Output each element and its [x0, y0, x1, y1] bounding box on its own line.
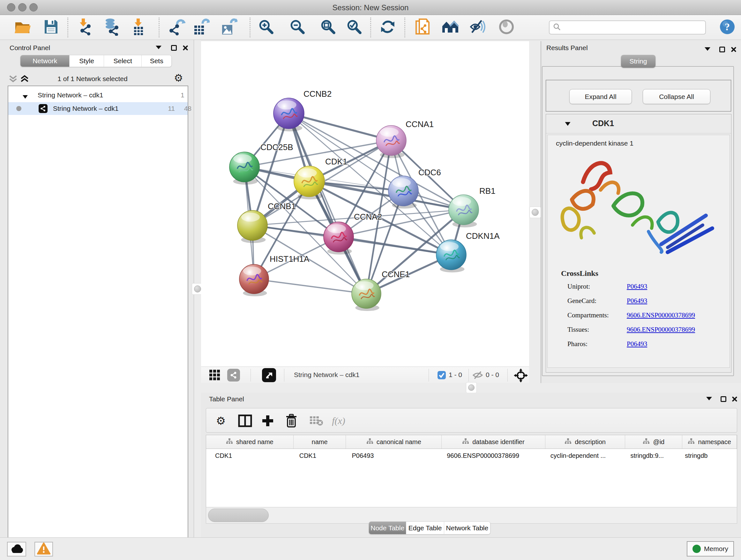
panel-float-icon[interactable] [719, 47, 725, 52]
clone-network-button[interactable] [413, 18, 432, 37]
grid-view-icon[interactable] [209, 369, 221, 382]
node-result-header[interactable]: CDK1 [546, 114, 731, 133]
panel-collapse-icon[interactable] [706, 397, 712, 400]
tab-network-table[interactable]: Network Table [444, 522, 490, 534]
network-node-ccne1[interactable] [352, 279, 381, 311]
panel-close-icon[interactable] [182, 45, 188, 51]
table-cell[interactable]: CDK1 [206, 449, 293, 462]
selected-checkbox-icon[interactable] [437, 371, 446, 381]
birdseye-crosshair-icon[interactable] [514, 368, 528, 384]
zoom-in-button[interactable] [257, 18, 275, 37]
crosslink-value-link[interactable]: P06493 [627, 283, 647, 291]
collapse-all-button[interactable]: Collapse All [643, 89, 711, 104]
tab-string[interactable]: String [621, 55, 656, 68]
table-panel: Table Panel ⚙ f(x) shared namenamecanoni… [201, 393, 741, 537]
panel-collapse-icon[interactable] [704, 47, 711, 51]
network-options-gear-icon[interactable]: ⚙ [174, 72, 183, 84]
import-table-button[interactable] [129, 18, 148, 37]
tab-sets[interactable]: Sets [142, 55, 172, 67]
export-image-button[interactable] [219, 18, 238, 37]
detach-view-icon[interactable] [262, 368, 276, 382]
network-view[interactable]: CCNB2CCNA1CDC25BCDK1CDC6RB1CCNB1CCNA2CDK… [201, 41, 529, 383]
tab-edge-table[interactable]: Edge Table [406, 522, 444, 534]
hidden-eye-icon[interactable] [472, 371, 483, 381]
table-cell[interactable]: CDK1 [293, 449, 346, 462]
network-node-cdkn1a[interactable] [436, 240, 466, 272]
zoom-out-button[interactable] [288, 18, 307, 37]
panel-close-icon[interactable] [731, 396, 738, 402]
panel-float-icon[interactable] [171, 45, 177, 51]
show-columns-icon[interactable] [235, 408, 255, 433]
delete-column-trash-icon[interactable] [282, 408, 301, 433]
collection-expand-icon[interactable] [22, 93, 28, 101]
table-cell[interactable]: 9606.ENSP00000378699 [442, 449, 545, 462]
warnings-button[interactable] [35, 542, 53, 557]
network-edge[interactable] [254, 279, 366, 294]
create-column-plus-icon[interactable] [258, 408, 277, 433]
memory-button[interactable]: Memory [687, 541, 734, 557]
crosslink-value-link[interactable]: 9606.ENSP00000378699 [627, 326, 695, 334]
network-row-selected[interactable]: String Network – cdk1 11 48 [8, 102, 188, 115]
expand-all-button[interactable]: Expand All [569, 89, 632, 104]
export-table-button[interactable] [192, 18, 210, 37]
import-network-button[interactable] [76, 18, 95, 37]
zoom-fit-button[interactable] [319, 18, 337, 37]
entry-collapse-icon[interactable] [564, 121, 571, 127]
help-button[interactable]: ? [718, 18, 737, 37]
node-label-hist1h1a: HIST1H1A [270, 254, 310, 264]
scrollbar-thumb[interactable] [208, 509, 269, 522]
tab-select[interactable]: Select [104, 55, 142, 67]
import-network-from-database-button[interactable] [103, 18, 121, 37]
crosslink-value-link[interactable]: P06493 [627, 340, 647, 348]
network-node-ccnb1[interactable] [238, 210, 267, 243]
column-header-canonical-name[interactable]: canonical name [346, 435, 442, 449]
column-header-namespace[interactable]: namespace [682, 435, 737, 449]
column-header-database-identifier[interactable]: database identifier [442, 435, 545, 449]
tab-network[interactable]: Network [20, 55, 70, 67]
crosslink-value-link[interactable]: P06493 [627, 297, 647, 305]
network-collection-row[interactable]: String Network – cdk1 1 [8, 89, 188, 102]
show-all-button[interactable] [497, 18, 516, 37]
network-node-cdc25b[interactable] [229, 152, 259, 185]
table-options-gear-icon[interactable]: ⚙ [211, 408, 230, 433]
network-node-ccna2[interactable] [324, 222, 354, 254]
network-view-share-icon[interactable] [227, 369, 240, 381]
apply-layout-button[interactable] [379, 18, 397, 37]
table-cell[interactable]: stringdb [682, 449, 737, 462]
node-label-rb1: RB1 [479, 186, 495, 196]
open-session-button[interactable] [13, 18, 31, 37]
panel-collapse-icon[interactable] [156, 46, 161, 49]
export-network-button[interactable] [167, 18, 186, 37]
first-neighbors-button[interactable] [441, 18, 460, 37]
save-session-button[interactable] [42, 18, 60, 37]
table-cell[interactable]: P06493 [346, 449, 442, 462]
table-cell[interactable]: stringdb:9... [625, 449, 682, 462]
table-row[interactable]: CDK1CDK1P064939606.ENSP00000378699cyclin… [206, 449, 737, 462]
panel-close-icon[interactable] [730, 46, 737, 53]
tab-node-table[interactable]: Node Table [369, 522, 406, 534]
network-node-cdk1[interactable] [294, 166, 325, 199]
search-input[interactable] [561, 24, 698, 31]
panel-float-icon[interactable] [721, 396, 726, 402]
network-edge[interactable] [289, 113, 366, 294]
table-cell[interactable]: cyclin-dependent ... [545, 449, 625, 462]
column-header-description[interactable]: description [545, 435, 625, 449]
right-splitter-handle[interactable] [529, 206, 541, 218]
column-header-shared-name[interactable]: shared name [206, 435, 293, 449]
network-node-ccna1[interactable] [376, 125, 406, 158]
hide-selected-button[interactable] [468, 18, 487, 37]
network-node-rb1[interactable] [449, 195, 479, 227]
horizontal-splitter-handle[interactable] [466, 382, 477, 393]
cloud-status-button[interactable] [7, 542, 26, 557]
zoom-selected-button[interactable] [345, 18, 363, 37]
network-node-hist1h1a[interactable] [239, 264, 269, 296]
column-header--id[interactable]: @id [625, 435, 682, 449]
network-edge[interactable] [309, 181, 464, 210]
column-header-name[interactable]: name [293, 435, 346, 449]
network-canvas[interactable]: CCNB2CCNA1CDC25BCDK1CDC6RB1CCNB1CCNA2CDK… [201, 41, 529, 367]
crosslink-value-link[interactable]: 9606.ENSP00000378699 [627, 311, 695, 319]
collapse-all-networks-icon[interactable] [8, 74, 18, 84]
expand-all-networks-icon[interactable] [20, 74, 29, 84]
tab-style[interactable]: Style [70, 55, 104, 67]
delete-table-icon[interactable] [307, 408, 326, 433]
